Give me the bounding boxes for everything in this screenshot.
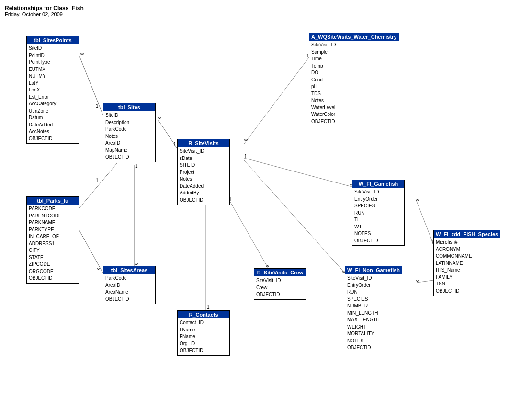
svg-text:1: 1 (96, 178, 99, 183)
field-row: WT (354, 224, 402, 231)
field-row: Microfish# (436, 239, 498, 246)
field-row: COMMONNAME (436, 253, 498, 260)
field-row: RUN (354, 210, 402, 217)
table-W_FI_Non_Gamefish: W_FI_Non_GamefishSiteVisit_IDEntryOrderR… (345, 266, 402, 353)
field-row: UtmZone (29, 108, 77, 115)
field-row: DateAdded (29, 122, 77, 129)
field-row: SiteID (29, 45, 77, 52)
table-tbl_SitesPoints: tbl_SitesPointsSiteIDPointIDPointTypeEUT… (26, 36, 79, 144)
table-header-tbl_SitesAreas: tbl_SitesAreas (103, 266, 155, 274)
table-body-R_SiteVisits: SiteVisit_IDsDateSITEIDProjectNotesDateA… (178, 147, 229, 205)
field-row: OBJECTID (29, 136, 77, 143)
table-body-tbl_SitesPoints: SiteIDPointIDPointTypeEUTMXNUTMYLatYLonX… (27, 44, 79, 143)
svg-line-21 (230, 201, 268, 268)
svg-text:1: 1 (244, 154, 247, 159)
field-row: TL (354, 216, 402, 224)
field-row: Description (105, 119, 153, 126)
field-row: EntryOrder (347, 282, 400, 289)
field-row: AreaName (105, 289, 153, 296)
field-row: ADDRESS1 (29, 240, 77, 248)
field-row: AreaID (105, 140, 153, 147)
svg-line-0 (79, 55, 103, 115)
field-row: MORTALITY (347, 330, 400, 338)
field-row: Temp (311, 63, 397, 70)
table-header-tbl_SitesPoints: tbl_SitesPoints (27, 36, 79, 44)
field-row: DO (311, 69, 397, 77)
diagram-container: Relationships for Class_Fish Friday, Oct… (0, 0, 532, 398)
field-row: NOTES (354, 230, 402, 238)
svg-text:∞: ∞ (416, 197, 419, 202)
field-row: AccNotes (29, 128, 77, 136)
field-row: Notes (180, 176, 227, 183)
table-body-tbl_Parks_lu: PARKCODEPARENTCODEPARKNAMEPARKTYPEIN_CAR… (27, 205, 79, 283)
table-header-tbl_Parks_lu: tbl_Parks_lu (27, 197, 79, 205)
table-header-R_SiteVisits: R_SiteVisits (178, 139, 229, 147)
table-A_WQSiteVisits_Water_Chemistry: A_WQSiteVisits_Water_ChemistrySiteVisit_… (309, 33, 399, 126)
relationship-lines: 1 ∞ 1 ∞ 1 ∞ 1 ∞ 1 ∞ ∞ 1 ∞ ∞ 1 1 (0, 0, 532, 398)
field-row: Notes (105, 133, 153, 140)
field-row: SiteVisit_ID (354, 189, 402, 196)
table-body-tbl_Sites: SiteIDDescriptionParkCodeNotesAreaIDMapN… (103, 111, 155, 162)
field-row: ITIS_Name (436, 267, 498, 274)
table-R_SiteVisits: R_SiteVisitsSiteVisit_IDsDateSITEIDProje… (177, 139, 230, 205)
field-row: NUMBER (347, 303, 400, 310)
field-row: OBJECTID (436, 288, 498, 295)
field-row: EntryOrder (354, 196, 402, 203)
field-row: PointID (29, 52, 77, 59)
table-header-tbl_Sites: tbl_Sites (103, 103, 155, 111)
field-row: MapName (105, 147, 153, 154)
svg-line-26 (417, 201, 433, 244)
field-row: SiteVisit_ID (256, 277, 304, 284)
field-row: ParkCode (105, 126, 153, 133)
field-row: PARKNAME (29, 219, 77, 227)
field-row: ACRONYM (436, 246, 498, 253)
svg-text:∞: ∞ (97, 266, 100, 272)
table-body-R_SiteVisits_Crew: SiteVisit_IDCrewOBJECTID (254, 276, 306, 299)
table-body-W_FI_zdd_FISH_Species: Microfish#ACRONYMCOMMONNAMELATINNAMEITIS… (434, 238, 500, 296)
field-row: OBJECTID (105, 296, 153, 303)
svg-text:∞: ∞ (80, 51, 84, 56)
table-body-W_FI_Non_Gamefish: SiteVisit_IDEntryOrderRUNSPECIESNUMBERMI… (345, 274, 402, 353)
svg-line-6 (79, 163, 117, 208)
table-header-W_FI_zdd_FISH_Species: W_FI_zdd_FISH_Species (434, 230, 500, 238)
field-row: SiteVisit_ID (347, 275, 400, 282)
field-row: PointType (29, 59, 77, 66)
table-header-R_SiteVisits_Crew: R_SiteVisits_Crew (254, 269, 306, 276)
field-row: IN_CARE_OF (29, 233, 77, 240)
svg-text:∞: ∞ (266, 263, 269, 268)
field-row: LatY (29, 80, 77, 87)
table-header-W_FI_Non_Gamefish: W_FI_Non_Gamefish (345, 266, 402, 274)
table-R_Contacts: R_ContactsContact_IDLNameFNameOrg_IDOBJE… (177, 310, 230, 356)
field-row: OBJECTID (180, 197, 227, 204)
svg-text:1: 1 (96, 103, 99, 109)
field-row: WEIGHT (347, 324, 400, 331)
table-W_FI_zdd_FISH_Species: W_FI_zdd_FISH_SpeciesMicrofish#ACRONYMCO… (433, 230, 500, 296)
field-row: WaterColor (311, 111, 397, 118)
field-row: Sampler (311, 49, 397, 56)
field-row: TSN (436, 281, 498, 288)
svg-line-3 (158, 120, 177, 148)
field-row: Notes (311, 97, 397, 104)
svg-line-19 (244, 160, 345, 273)
field-row: Cond (311, 77, 397, 84)
field-row: OBJECTID (311, 118, 397, 125)
field-row: WaterLevel (311, 104, 397, 112)
field-row: PARENTCODE (29, 213, 77, 220)
field-row: OBJECTID (105, 154, 153, 161)
field-row: MAX_LENGTH (347, 317, 400, 324)
field-row: FName (180, 333, 227, 341)
table-header-W_FI_Gamefish: W_FI_Gamefish (352, 180, 404, 188)
field-row: SiteID (105, 112, 153, 119)
field-row: AccCategory (29, 101, 77, 108)
field-row: FAMILY (436, 274, 498, 281)
field-row: LATINNAME (436, 260, 498, 267)
field-row: MIN_LENGTH (347, 310, 400, 317)
table-body-tbl_SitesAreas: ParkCodeAreaIDAreaNameOBJECTID (103, 274, 155, 304)
field-row: AreaID (105, 282, 153, 289)
svg-line-13 (244, 57, 309, 144)
field-row: DateAdded (180, 183, 227, 190)
page-title: Relationships for Class_Fish (5, 5, 84, 11)
field-row: OBJECTID (354, 238, 402, 245)
field-row: EUTMX (29, 66, 77, 73)
field-row: STATE (29, 254, 77, 262)
